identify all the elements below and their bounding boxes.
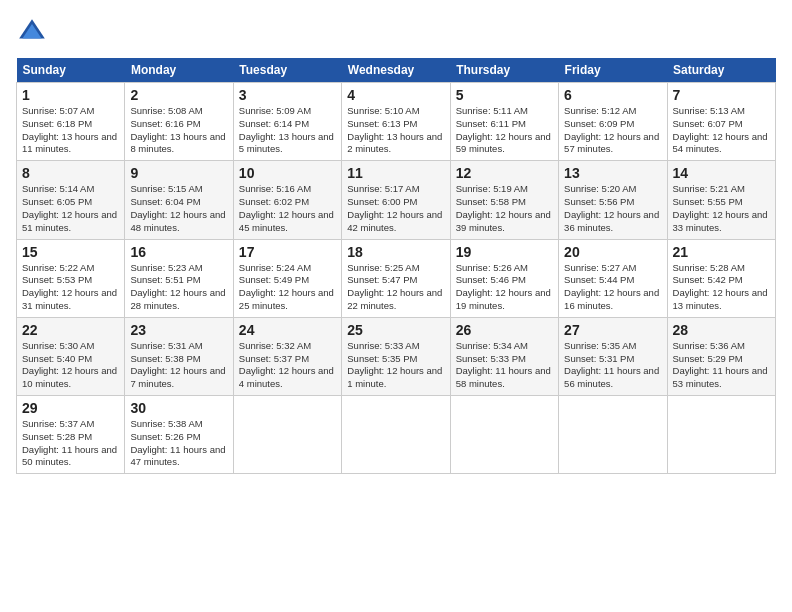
day-number: 21 — [673, 244, 770, 260]
day-number: 30 — [130, 400, 227, 416]
calendar-day-cell — [450, 396, 558, 474]
logo-icon — [16, 16, 48, 48]
calendar-day-cell — [667, 396, 775, 474]
calendar-day-cell: 1 Sunrise: 5:07 AMSunset: 6:18 PMDayligh… — [17, 83, 125, 161]
day-number: 13 — [564, 165, 661, 181]
day-number: 15 — [22, 244, 119, 260]
calendar-week-row: 22 Sunrise: 5:30 AMSunset: 5:40 PMDaylig… — [17, 317, 776, 395]
calendar-day-cell: 27 Sunrise: 5:35 AMSunset: 5:31 PMDaylig… — [559, 317, 667, 395]
day-number: 7 — [673, 87, 770, 103]
logo — [16, 16, 52, 48]
day-info: Sunrise: 5:12 AMSunset: 6:09 PMDaylight:… — [564, 105, 661, 156]
day-info: Sunrise: 5:17 AMSunset: 6:00 PMDaylight:… — [347, 183, 444, 234]
day-info: Sunrise: 5:13 AMSunset: 6:07 PMDaylight:… — [673, 105, 770, 156]
day-info: Sunrise: 5:24 AMSunset: 5:49 PMDaylight:… — [239, 262, 336, 313]
day-info: Sunrise: 5:25 AMSunset: 5:47 PMDaylight:… — [347, 262, 444, 313]
day-number: 25 — [347, 322, 444, 338]
calendar-week-row: 29 Sunrise: 5:37 AMSunset: 5:28 PMDaylig… — [17, 396, 776, 474]
day-number: 10 — [239, 165, 336, 181]
calendar-day-cell: 9 Sunrise: 5:15 AMSunset: 6:04 PMDayligh… — [125, 161, 233, 239]
weekday-header: Friday — [559, 58, 667, 83]
calendar-day-cell: 4 Sunrise: 5:10 AMSunset: 6:13 PMDayligh… — [342, 83, 450, 161]
day-info: Sunrise: 5:07 AMSunset: 6:18 PMDaylight:… — [22, 105, 119, 156]
calendar-day-cell: 10 Sunrise: 5:16 AMSunset: 6:02 PMDaylig… — [233, 161, 341, 239]
calendar-day-cell: 6 Sunrise: 5:12 AMSunset: 6:09 PMDayligh… — [559, 83, 667, 161]
calendar-day-cell: 18 Sunrise: 5:25 AMSunset: 5:47 PMDaylig… — [342, 239, 450, 317]
day-info: Sunrise: 5:08 AMSunset: 6:16 PMDaylight:… — [130, 105, 227, 156]
day-info: Sunrise: 5:31 AMSunset: 5:38 PMDaylight:… — [130, 340, 227, 391]
day-info: Sunrise: 5:22 AMSunset: 5:53 PMDaylight:… — [22, 262, 119, 313]
calendar-week-row: 15 Sunrise: 5:22 AMSunset: 5:53 PMDaylig… — [17, 239, 776, 317]
day-info: Sunrise: 5:21 AMSunset: 5:55 PMDaylight:… — [673, 183, 770, 234]
calendar-day-cell: 20 Sunrise: 5:27 AMSunset: 5:44 PMDaylig… — [559, 239, 667, 317]
weekday-header: Wednesday — [342, 58, 450, 83]
day-info: Sunrise: 5:26 AMSunset: 5:46 PMDaylight:… — [456, 262, 553, 313]
calendar-day-cell: 22 Sunrise: 5:30 AMSunset: 5:40 PMDaylig… — [17, 317, 125, 395]
weekday-header: Tuesday — [233, 58, 341, 83]
calendar-day-cell — [233, 396, 341, 474]
weekday-header: Thursday — [450, 58, 558, 83]
day-number: 20 — [564, 244, 661, 260]
calendar-day-cell: 28 Sunrise: 5:36 AMSunset: 5:29 PMDaylig… — [667, 317, 775, 395]
calendar-body: 1 Sunrise: 5:07 AMSunset: 6:18 PMDayligh… — [17, 83, 776, 474]
day-number: 1 — [22, 87, 119, 103]
calendar-day-cell: 3 Sunrise: 5:09 AMSunset: 6:14 PMDayligh… — [233, 83, 341, 161]
weekday-header: Saturday — [667, 58, 775, 83]
day-info: Sunrise: 5:27 AMSunset: 5:44 PMDaylight:… — [564, 262, 661, 313]
calendar-day-cell: 23 Sunrise: 5:31 AMSunset: 5:38 PMDaylig… — [125, 317, 233, 395]
calendar-day-cell — [342, 396, 450, 474]
weekday-row: SundayMondayTuesdayWednesdayThursdayFrid… — [17, 58, 776, 83]
day-number: 6 — [564, 87, 661, 103]
day-number: 3 — [239, 87, 336, 103]
calendar-header: SundayMondayTuesdayWednesdayThursdayFrid… — [17, 58, 776, 83]
calendar-day-cell: 25 Sunrise: 5:33 AMSunset: 5:35 PMDaylig… — [342, 317, 450, 395]
day-info: Sunrise: 5:09 AMSunset: 6:14 PMDaylight:… — [239, 105, 336, 156]
calendar-day-cell: 11 Sunrise: 5:17 AMSunset: 6:00 PMDaylig… — [342, 161, 450, 239]
day-number: 22 — [22, 322, 119, 338]
calendar-week-row: 1 Sunrise: 5:07 AMSunset: 6:18 PMDayligh… — [17, 83, 776, 161]
calendar-day-cell: 21 Sunrise: 5:28 AMSunset: 5:42 PMDaylig… — [667, 239, 775, 317]
day-info: Sunrise: 5:33 AMSunset: 5:35 PMDaylight:… — [347, 340, 444, 391]
calendar-day-cell: 30 Sunrise: 5:38 AMSunset: 5:26 PMDaylig… — [125, 396, 233, 474]
day-number: 24 — [239, 322, 336, 338]
day-info: Sunrise: 5:35 AMSunset: 5:31 PMDaylight:… — [564, 340, 661, 391]
day-info: Sunrise: 5:10 AMSunset: 6:13 PMDaylight:… — [347, 105, 444, 156]
day-info: Sunrise: 5:16 AMSunset: 6:02 PMDaylight:… — [239, 183, 336, 234]
day-number: 14 — [673, 165, 770, 181]
day-number: 4 — [347, 87, 444, 103]
day-number: 27 — [564, 322, 661, 338]
day-info: Sunrise: 5:15 AMSunset: 6:04 PMDaylight:… — [130, 183, 227, 234]
calendar-day-cell: 16 Sunrise: 5:23 AMSunset: 5:51 PMDaylig… — [125, 239, 233, 317]
calendar-day-cell: 19 Sunrise: 5:26 AMSunset: 5:46 PMDaylig… — [450, 239, 558, 317]
day-number: 16 — [130, 244, 227, 260]
day-number: 26 — [456, 322, 553, 338]
calendar-day-cell: 7 Sunrise: 5:13 AMSunset: 6:07 PMDayligh… — [667, 83, 775, 161]
day-info: Sunrise: 5:36 AMSunset: 5:29 PMDaylight:… — [673, 340, 770, 391]
day-number: 11 — [347, 165, 444, 181]
day-number: 29 — [22, 400, 119, 416]
calendar-day-cell: 24 Sunrise: 5:32 AMSunset: 5:37 PMDaylig… — [233, 317, 341, 395]
day-info: Sunrise: 5:11 AMSunset: 6:11 PMDaylight:… — [456, 105, 553, 156]
day-info: Sunrise: 5:23 AMSunset: 5:51 PMDaylight:… — [130, 262, 227, 313]
day-info: Sunrise: 5:32 AMSunset: 5:37 PMDaylight:… — [239, 340, 336, 391]
day-info: Sunrise: 5:20 AMSunset: 5:56 PMDaylight:… — [564, 183, 661, 234]
day-number: 19 — [456, 244, 553, 260]
calendar-table: SundayMondayTuesdayWednesdayThursdayFrid… — [16, 58, 776, 474]
calendar-day-cell: 5 Sunrise: 5:11 AMSunset: 6:11 PMDayligh… — [450, 83, 558, 161]
day-info: Sunrise: 5:28 AMSunset: 5:42 PMDaylight:… — [673, 262, 770, 313]
day-number: 18 — [347, 244, 444, 260]
day-info: Sunrise: 5:30 AMSunset: 5:40 PMDaylight:… — [22, 340, 119, 391]
weekday-header: Sunday — [17, 58, 125, 83]
day-number: 5 — [456, 87, 553, 103]
weekday-header: Monday — [125, 58, 233, 83]
calendar-day-cell: 15 Sunrise: 5:22 AMSunset: 5:53 PMDaylig… — [17, 239, 125, 317]
calendar-day-cell: 13 Sunrise: 5:20 AMSunset: 5:56 PMDaylig… — [559, 161, 667, 239]
calendar-day-cell: 29 Sunrise: 5:37 AMSunset: 5:28 PMDaylig… — [17, 396, 125, 474]
calendar-day-cell: 26 Sunrise: 5:34 AMSunset: 5:33 PMDaylig… — [450, 317, 558, 395]
calendar-day-cell — [559, 396, 667, 474]
day-info: Sunrise: 5:38 AMSunset: 5:26 PMDaylight:… — [130, 418, 227, 469]
day-info: Sunrise: 5:19 AMSunset: 5:58 PMDaylight:… — [456, 183, 553, 234]
day-info: Sunrise: 5:14 AMSunset: 6:05 PMDaylight:… — [22, 183, 119, 234]
page-header — [16, 16, 776, 48]
day-number: 8 — [22, 165, 119, 181]
